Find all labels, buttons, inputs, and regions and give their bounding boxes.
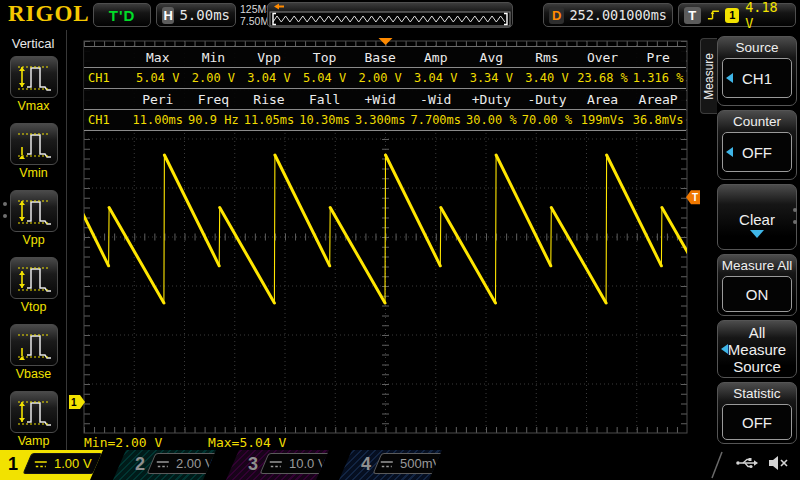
measure-menu-tab: Measure bbox=[700, 38, 717, 114]
ch1-ground-marker[interactable]: 1 bbox=[69, 395, 85, 409]
trigger-source-badge: 1 bbox=[725, 8, 739, 23]
trigger-readout-box[interactable]: T 1 4.18 V bbox=[678, 3, 796, 27]
channel2-tab[interactable]: 2 2.00 V bbox=[113, 450, 226, 480]
menu-item-vbase[interactable]: Vbase bbox=[0, 324, 67, 381]
delay-value: 252.001000ms bbox=[569, 7, 667, 23]
channel3-number: 3 bbox=[248, 454, 258, 475]
trigger-label: T bbox=[684, 7, 701, 24]
trigger-status-badge: T'D bbox=[93, 3, 151, 27]
dc-coupling-icon bbox=[34, 459, 48, 469]
chevron-down-icon bbox=[750, 230, 764, 238]
clear-label: Clear bbox=[718, 185, 796, 228]
measure-header-cell: Over bbox=[575, 50, 631, 65]
channel1-number: 1 bbox=[8, 454, 18, 475]
measure-header-cell: -Duty bbox=[519, 92, 575, 107]
channel4-number: 4 bbox=[361, 454, 371, 475]
menu-item-label: Vmin bbox=[0, 166, 67, 180]
horizontal-position-bar[interactable] bbox=[267, 2, 513, 28]
menu-item-vamp[interactable]: Vamp bbox=[0, 391, 67, 448]
measure-all-softkey[interactable]: Measure All ON bbox=[717, 254, 797, 316]
menu-item-vtop[interactable]: Vtop bbox=[0, 257, 67, 314]
measure-value-cell: 70.00 % bbox=[519, 113, 575, 127]
menu-item-vpp[interactable]: Vpp bbox=[0, 190, 67, 247]
delay-readout-box[interactable]: D 252.001000ms bbox=[543, 3, 673, 27]
menu-item-label: Vmax bbox=[0, 99, 67, 113]
statistic-softkey[interactable]: Statistic OFF bbox=[717, 382, 797, 444]
vmax-icon bbox=[10, 56, 58, 98]
dc-coupling-icon bbox=[156, 459, 170, 469]
channel2-number: 2 bbox=[135, 454, 145, 475]
delay-label: D bbox=[549, 7, 564, 24]
measure-header-cell: +Wid bbox=[352, 92, 408, 107]
min-annotation: Min=2.00 V bbox=[84, 435, 162, 450]
source-softkey[interactable]: Source CH1 bbox=[717, 36, 797, 106]
measure-softkey-menu: Measure Source CH1 Counter OFF Clear Mea… bbox=[700, 30, 800, 450]
channel1-tab[interactable]: 1 1.00 V bbox=[0, 450, 113, 480]
measure-value-cell: 5.04 V bbox=[130, 71, 186, 85]
channel3-tab[interactable]: 3 10.0 V bbox=[226, 450, 339, 480]
vpp-icon bbox=[10, 190, 58, 232]
measure-value-cell: 3.40 V bbox=[519, 71, 575, 85]
usb-icon bbox=[735, 455, 759, 471]
clear-softkey[interactable]: Clear bbox=[717, 184, 797, 250]
measure-header-cell: Vpp bbox=[241, 50, 297, 65]
menu-item-label: Vtop bbox=[0, 300, 67, 314]
menu-item-vmax[interactable]: Vmax bbox=[0, 56, 67, 113]
page-indicator-dot bbox=[3, 202, 7, 206]
all-measure-source-softkey[interactable]: All Measure Source bbox=[717, 320, 797, 378]
counter-title: Counter bbox=[718, 111, 796, 129]
speaker-muted-icon bbox=[769, 455, 788, 471]
measure-value-cell: 199mVs bbox=[575, 113, 631, 127]
statistic-value: OFF bbox=[742, 414, 772, 431]
oscilloscope-screen: T1 RIGOL T'D H 5.00ms 125MSa/s 7.50M pts… bbox=[0, 0, 800, 480]
measure-value-cell: 11.05ms bbox=[241, 113, 297, 127]
vamp-icon bbox=[10, 391, 58, 433]
measure-value-cell: 36.8mVs bbox=[630, 113, 686, 127]
left-menu-title: Vertical bbox=[0, 36, 66, 51]
measure-header-cell: AreaP bbox=[630, 92, 686, 107]
horizontal-scale-box[interactable]: H 5.00ms bbox=[156, 3, 236, 27]
ch1-waveform bbox=[0, 155, 800, 303]
trigger-status-text: T'D bbox=[109, 7, 136, 24]
measure-value-cell: 3.04 V bbox=[408, 71, 464, 85]
trigger-level-value: 4.18 V bbox=[745, 0, 790, 31]
measurement-table: MaxMinVppTopBaseAmpAvgRmsOverPreCH15.04 … bbox=[84, 46, 686, 131]
measure-header-cell: Base bbox=[352, 50, 408, 65]
source-value: CH1 bbox=[742, 70, 772, 87]
measure-header-cell: Area bbox=[575, 92, 631, 107]
measure-value-row: CH111.00ms90.9 Hz11.05ms10.30ms3.300ms7.… bbox=[84, 110, 686, 131]
measure-value-cell: 90.9 Hz bbox=[186, 113, 242, 127]
measure-value-cell: 2.00 V bbox=[186, 71, 242, 85]
measure-header-cell: Max bbox=[130, 50, 186, 65]
measure-channel-label: CH1 bbox=[84, 71, 130, 85]
counter-softkey[interactable]: Counter OFF bbox=[717, 110, 797, 180]
all-measure-source-line2: Source bbox=[718, 358, 796, 375]
measure-value-cell: 5.04 V bbox=[297, 71, 353, 85]
top-status-bar: RIGOL T'D H 5.00ms 125MSa/s 7.50M pts D … bbox=[0, 0, 800, 30]
measure-header-cell: Min bbox=[186, 50, 242, 65]
measure-value-cell: 1.316 % bbox=[630, 71, 686, 85]
timebase-value: 5.00ms bbox=[179, 7, 230, 23]
measure-channel-label: CH1 bbox=[84, 113, 130, 127]
vtop-icon bbox=[10, 257, 58, 299]
max-annotation: Max=5.04 V bbox=[208, 435, 286, 450]
measure-value-cell: 30.00 % bbox=[464, 113, 520, 127]
menu-item-label: Vbase bbox=[0, 367, 67, 381]
measure-value-cell: 3.04 V bbox=[241, 71, 297, 85]
measure-header-cell: Amp bbox=[408, 50, 464, 65]
measure-value-row: CH15.04 V2.00 V3.04 V5.04 V2.00 V3.04 V3… bbox=[84, 68, 686, 89]
page-indicator-dot bbox=[793, 220, 797, 224]
measure-all-title: Measure All bbox=[718, 255, 796, 273]
measure-value-cell: 7.700ms bbox=[408, 113, 464, 127]
channel4-tab[interactable]: 4 500mV bbox=[339, 450, 452, 480]
measure-value-cell: 2.00 V bbox=[352, 71, 408, 85]
chevron-left-icon bbox=[726, 147, 733, 157]
page-indicator-dot bbox=[3, 214, 7, 218]
chevron-left-icon bbox=[726, 73, 733, 83]
channel-status-bar: 1 1.00 V 2 2.00 V 3 bbox=[0, 450, 800, 480]
channel3-scale: 10.0 V bbox=[289, 456, 327, 471]
vbase-icon bbox=[10, 324, 58, 366]
menu-item-vmin[interactable]: Vmin bbox=[0, 123, 67, 180]
measure-value-cell: 11.00ms bbox=[130, 113, 186, 127]
all-measure-source-line1: All Measure bbox=[718, 324, 796, 358]
